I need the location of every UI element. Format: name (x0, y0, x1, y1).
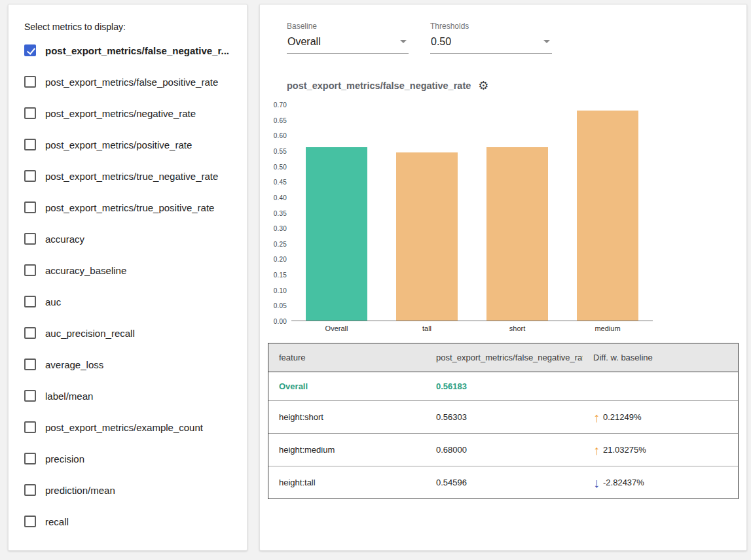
y-tick-label: 0.45 (274, 179, 287, 186)
dropdown-arrow-icon (543, 40, 550, 43)
checkbox-unchecked-icon[interactable] (24, 516, 36, 527)
metric-checkbox-item[interactable]: recall (23, 506, 232, 537)
metric-checkbox-item[interactable]: precision (23, 443, 232, 474)
metric-checkbox-item[interactable]: post_export_metrics/example_count (23, 411, 232, 443)
feature-cell: height:tall (268, 466, 426, 499)
diff-cell (583, 372, 738, 400)
metric-checkbox-item[interactable]: post_export_metrics/positive_rate (23, 129, 232, 160)
settings-gear-icon[interactable]: ⚙ (478, 80, 488, 92)
bar-slot (291, 105, 382, 321)
metrics-table: feature post_export_metrics/false_negati… (268, 343, 739, 499)
thresholds-control: Thresholds 0.50 (430, 22, 552, 54)
checkbox-unchecked-icon[interactable] (24, 76, 36, 88)
metric-checkbox-item[interactable]: accuracy (23, 223, 232, 254)
arrow-down-icon: ↓ (593, 476, 600, 489)
y-tick-label: 0.55 (274, 147, 287, 154)
metric-value-cell: 0.56183 (426, 372, 583, 400)
metric-checkbox-item[interactable]: label/mean (23, 380, 232, 411)
checkbox-unchecked-icon[interactable] (24, 170, 36, 182)
chart-title: post_export_metrics/false_negative_rate (287, 80, 471, 91)
metric-label: post_export_metrics/true_negative_rate (45, 171, 218, 182)
checkbox-checked-icon[interactable] (24, 44, 36, 56)
diff-cell: ↓-2.82437% (583, 466, 738, 499)
metric-selector-panel: Select metrics to display: post_export_m… (8, 4, 247, 551)
y-tick-label: 0.30 (274, 225, 287, 232)
checkbox-unchecked-icon[interactable] (24, 327, 36, 339)
table-row: height:medium0.68000↑21.03275% (268, 433, 738, 466)
checkbox-unchecked-icon[interactable] (24, 453, 36, 464)
y-tick-label: 0.50 (274, 163, 287, 170)
controls-row: Baseline Overall Thresholds 0.50 (287, 22, 746, 54)
metric-label: post_export_metrics/false_positive_rate (45, 77, 218, 88)
y-tick-label: 0.35 (274, 209, 287, 217)
fairness-results-panel: Baseline Overall Thresholds 0.50 post_ex… (259, 4, 747, 551)
checkbox-unchecked-icon[interactable] (24, 390, 36, 402)
baseline-label: Baseline (287, 22, 409, 31)
metric-checkbox-item[interactable]: auc_precision_recall (23, 317, 232, 349)
metric-checkbox-item[interactable]: post_export_metrics/true_positive_rate (23, 192, 232, 223)
metric-label: prediction/mean (45, 485, 115, 496)
bar-chart: 0.000.050.100.150.200.250.300.350.400.45… (265, 105, 746, 321)
table-header-diff: Diff. w. baseline (583, 343, 738, 372)
metric-label: precision (45, 453, 84, 464)
diff-cell: ↑0.21249% (583, 401, 738, 433)
y-tick-label: 0.10 (274, 287, 287, 294)
metric-value-cell: 0.68000 (426, 434, 583, 466)
metric-checkbox-item[interactable]: prediction/mean (23, 474, 232, 506)
arrow-up-icon: ↑ (593, 444, 600, 457)
metric-label: auc_precision_recall (45, 328, 135, 339)
x-tick-label: tall (382, 324, 472, 332)
table-header-metric: post_export_metrics/false_negative_rat..… (426, 343, 583, 372)
y-tick-label: 0.65 (274, 116, 287, 124)
bar-medium[interactable] (577, 111, 638, 321)
metric-checkbox-item[interactable]: post_export_metrics/negative_rate (23, 97, 232, 129)
y-tick-label: 0.15 (274, 271, 287, 279)
metric-checkbox-item[interactable]: auc (23, 286, 232, 317)
metric-checkbox-item[interactable]: post_export_metrics/false_negative_r... (23, 35, 232, 66)
baseline-selected-value: Overall (287, 36, 321, 47)
metric-label: label/mean (45, 391, 93, 402)
bar-slot (472, 105, 562, 321)
metric-label: post_export_metrics/true_positive_rate (45, 202, 214, 213)
feature-cell: height:medium (268, 434, 426, 466)
dropdown-arrow-icon (400, 40, 407, 43)
metric-label: post_export_metrics/false_negative_r... (45, 45, 229, 56)
y-tick-label: 0.20 (274, 256, 287, 263)
metric-checkbox-item[interactable]: average_loss (23, 349, 232, 380)
diff-cell: ↑21.03275% (583, 434, 738, 466)
bar-overall[interactable] (306, 147, 367, 321)
baseline-select[interactable]: Overall (287, 34, 409, 54)
checkbox-unchecked-icon[interactable] (24, 139, 36, 150)
metric-label: average_loss (45, 359, 103, 370)
baseline-control: Baseline Overall (287, 22, 409, 54)
table-row: height:tall0.54596↓-2.82437% (268, 466, 738, 499)
checkbox-unchecked-icon[interactable] (24, 233, 36, 245)
metric-checkbox-item[interactable]: post_export_metrics/true_negative_rate (23, 160, 232, 192)
bar-slot (562, 105, 653, 321)
y-tick-label: 0.05 (274, 302, 287, 309)
checkbox-unchecked-icon[interactable] (24, 201, 36, 213)
checkbox-unchecked-icon[interactable] (24, 264, 36, 276)
bar-tall[interactable] (396, 152, 458, 321)
checkbox-unchecked-icon[interactable] (24, 421, 36, 433)
metric-label: post_export_metrics/example_count (45, 422, 203, 433)
checkbox-unchecked-icon[interactable] (24, 296, 36, 307)
metric-label: auc (45, 296, 61, 307)
bar-short[interactable] (486, 147, 548, 321)
feature-cell: height:short (268, 401, 426, 433)
y-tick-label: 0.40 (274, 194, 287, 201)
diff-value: 21.03275% (603, 445, 646, 455)
metric-value-cell: 0.56303 (426, 401, 583, 433)
diff-value: -2.82437% (603, 478, 644, 487)
metrics-list: post_export_metrics/false_negative_r...p… (23, 35, 232, 537)
metric-checkbox-item[interactable]: post_export_metrics/false_positive_rate (23, 66, 232, 97)
y-tick-label: 0.00 (274, 318, 287, 325)
checkbox-unchecked-icon[interactable] (24, 484, 36, 496)
bar-slot (382, 105, 472, 321)
diff-value: 0.21249% (603, 412, 642, 422)
metric-checkbox-item[interactable]: accuracy_baseline (23, 254, 232, 286)
table-header-row: feature post_export_metrics/false_negati… (268, 343, 738, 372)
thresholds-select[interactable]: 0.50 (430, 34, 552, 54)
checkbox-unchecked-icon[interactable] (24, 107, 36, 119)
checkbox-unchecked-icon[interactable] (24, 359, 36, 370)
